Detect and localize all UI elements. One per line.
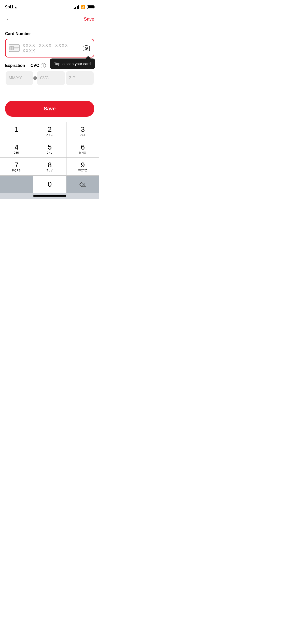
zip-input[interactable]: ZIP [66,71,94,85]
scan-tooltip: Tap to scan your card [50,56,95,69]
numeric-keyboard: 1 2 ABC 3 DEF 4 GHI 5 JKL 6 MNO 7 PQRS [0,122,99,193]
delete-icon [79,182,86,187]
key-9[interactable]: 9 WXYZ [66,158,99,175]
keyboard-row-2: 4 GHI 5 JKL 6 MNO [0,140,99,158]
tooltip-text: Tap to scan your card [50,58,95,69]
status-time: 9:41▲ [5,5,17,10]
card-number-label: Card Number [5,32,94,36]
save-button[interactable]: Save [5,101,94,117]
key-delete[interactable] [66,175,99,193]
key-6[interactable]: 6 MNO [66,140,99,158]
svg-rect-8 [85,45,88,46]
keyboard-row-4: 0 [0,175,99,193]
status-bar: 9:41▲ 📶 [0,0,99,13]
signal-icon [74,5,79,9]
key-empty [0,175,33,193]
nav-save-button[interactable]: Save [84,17,94,22]
key-4[interactable]: 4 GHI [0,140,33,158]
cvc-label: CVC [31,63,39,68]
expiration-label: Expiration [5,63,31,68]
expiration-input[interactable]: MM/YY [6,71,33,85]
card-number-input[interactable]: XXXX XXXX XXXX XXXX [5,39,94,57]
key-3[interactable]: 3 DEF [66,122,99,140]
battery-icon [87,5,94,9]
key-1[interactable]: 1 [0,122,33,140]
key-5[interactable]: 5 JKL [33,140,66,158]
camera-scan-button[interactable] [82,45,91,52]
cvc-input[interactable]: CVC [37,71,65,85]
card-number-container: XXXX XXXX XXXX XXXX Tap to scan your car… [5,39,94,57]
nav-bar: ← Save [0,13,99,26]
status-icons: 📶 [74,5,94,9]
keyboard-row-3: 7 PQRS 8 TUV 9 WXYZ [0,158,99,175]
keyboard-row-1: 1 2 ABC 3 DEF [0,122,99,140]
form-inputs-row: MM/YY CVC ZIP [5,71,94,85]
wifi-icon: 📶 [81,5,85,9]
key-7[interactable]: 7 PQRS [0,158,33,175]
key-8[interactable]: 8 TUV [33,158,66,175]
key-2[interactable]: 2 ABC [33,122,66,140]
svg-point-9 [86,48,87,49]
card-number-placeholder: XXXX XXXX XXXX XXXX [22,43,82,53]
tooltip-arrow [86,56,91,58]
home-indicator [0,193,99,199]
key-0[interactable]: 0 [33,175,66,193]
cvc-info-icon[interactable]: i [41,63,46,68]
form-content: Card Number XXXX XXXX XXXX XXXX [0,26,99,85]
card-icon [9,44,20,52]
divider-dot [33,76,37,80]
home-bar [33,195,66,197]
back-button[interactable]: ← [5,15,13,23]
